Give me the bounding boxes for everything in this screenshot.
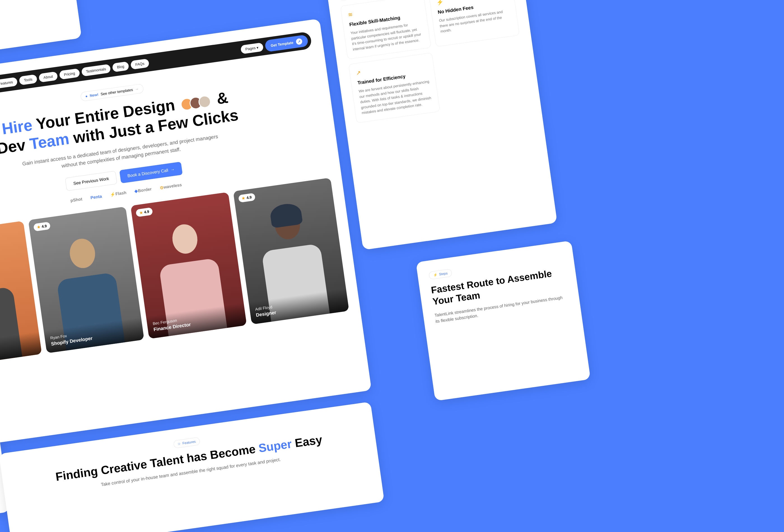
rating-badge: 4.9: [33, 222, 50, 231]
book-call-button[interactable]: Book a Discovery Call →: [119, 162, 183, 184]
talent-cards: 4.9 Isla AndersonMarketing 4.9 Ryan FoxS…: [0, 178, 349, 368]
see-work-button[interactable]: See Previous Work: [65, 171, 117, 191]
talent-card[interactable]: 4.9 Ryan FoxShopify Developer: [28, 207, 144, 353]
lightning-icon: ⚡: [433, 273, 438, 277]
talent-card[interactable]: 4.9 Adil FloydDesigner: [233, 178, 349, 325]
client-logo: ⚡Flash: [110, 190, 127, 197]
client-logo: Penta: [90, 194, 102, 200]
client-logo: ⊙waveless: [160, 182, 182, 190]
rating-badge: 4.9: [238, 193, 255, 203]
arrow-right-icon: →: [135, 87, 139, 91]
client-logo: ◆Border: [134, 187, 152, 194]
new-badge-link[interactable]: ● New! See other templates →: [80, 84, 144, 102]
pages-dropdown[interactable]: Pages ▾: [240, 42, 263, 54]
benefit-card: ⚡ No Hidden Fees Our subscription covers…: [429, 0, 520, 47]
features-heading: Finding Creative Talent has Become Super…: [13, 427, 364, 489]
get-template-cta[interactable]: Get Template ↗: [264, 34, 309, 52]
section-pill: ☆Features: [173, 437, 200, 449]
nav-link[interactable]: Features: [0, 77, 18, 89]
benefit-card: ≋ Flexible Skill-Matching Your initiativ…: [340, 0, 431, 59]
arrow-right-icon: →: [170, 167, 175, 172]
benefits-panel: ⓘAbout What You Get From TalentLink ⛶ Sc…: [313, 0, 557, 250]
star-icon: ☆: [177, 442, 181, 446]
steps-panel: ⚡Steps Fastest Route to Assemble Your Te…: [416, 241, 590, 401]
avatar-stack: [180, 95, 212, 111]
section-pill: ⚡Steps: [428, 269, 452, 280]
talent-card[interactable]: 4.9 Bec FergusonFinance Director: [131, 192, 247, 339]
dot-icon: ●: [85, 94, 88, 99]
nav-link[interactable]: FAQs: [130, 58, 149, 70]
client-logo: pShot: [70, 197, 82, 203]
chevron-down-icon: ▾: [256, 45, 259, 50]
rating-badge: 4.9: [136, 207, 153, 217]
nav-link[interactable]: Blog: [112, 61, 129, 72]
benefit-body: We are fervent about persistently enhanc…: [358, 79, 433, 116]
benefit-card: ↗ Trained for Efficiency We are fervent …: [348, 53, 440, 123]
nav-link[interactable]: About: [38, 71, 58, 82]
arrow-icon: ↗: [296, 38, 303, 45]
nav-link[interactable]: Pricing: [59, 68, 80, 80]
hero-panel: ✈ support@talentlink.com ✱ TalentLink St…: [0, 19, 371, 450]
nav-link[interactable]: Testimonials: [81, 64, 111, 77]
nav-link[interactable]: Tools: [19, 74, 37, 85]
